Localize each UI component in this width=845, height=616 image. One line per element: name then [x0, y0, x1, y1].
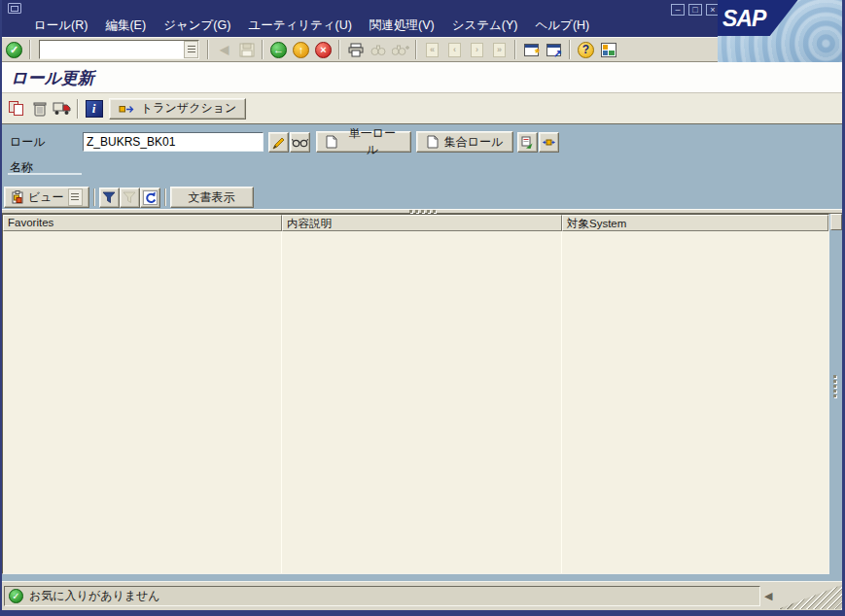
- favorites-table-header: Favorites 内容説明 対象System: [3, 215, 828, 231]
- info-icon: i: [86, 100, 103, 118]
- status-collapse-button[interactable]: ◀: [764, 590, 772, 602]
- first-page-icon: «: [426, 43, 439, 57]
- enter-icon: ✓: [6, 42, 22, 58]
- cancel-icon: ×: [315, 42, 332, 58]
- main-content: ロール 単一ロール 集合ロール 名称 ビュー: [0, 124, 845, 581]
- previous-page-button: ‹: [443, 39, 466, 60]
- cancel-button[interactable]: ×: [312, 39, 334, 60]
- find-next-button: [389, 39, 411, 60]
- command-history-button[interactable]: [184, 41, 198, 58]
- favorites-table: Favorites 内容説明 対象System: [2, 214, 829, 574]
- copy-icon: [9, 101, 26, 117]
- transport-button[interactable]: [51, 98, 73, 120]
- status-ok-icon: ✓: [9, 589, 23, 603]
- change-button[interactable]: [268, 132, 289, 153]
- toolbar-separator: [569, 40, 571, 59]
- role-field-label: ロール: [10, 134, 46, 151]
- back-icon: ←: [270, 42, 287, 58]
- toolbar-separator: [207, 40, 209, 59]
- sap-gui-window: – □ × ロール(R) 編集(E) ジャンプ(G) ユーティリティ(U) 関連…: [0, 0, 845, 616]
- page-title: ロール更新: [11, 67, 94, 89]
- menu-role[interactable]: ロール(R): [25, 16, 96, 36]
- splitter-handle-icon: [409, 210, 436, 213]
- print-button[interactable]: [344, 39, 367, 60]
- menu-utilities[interactable]: ユーティリティ(U): [239, 16, 361, 36]
- command-field-wrap: [39, 40, 199, 59]
- distribute-icon: [543, 136, 555, 149]
- enter-button[interactable]: ✓: [3, 39, 25, 60]
- view-button-label: ビュー: [28, 189, 64, 206]
- view-dropdown-button[interactable]: [68, 188, 83, 206]
- toolbar-separator: [262, 40, 264, 59]
- table-config-button[interactable]: [830, 214, 842, 230]
- window-icon: [8, 3, 21, 14]
- help-button[interactable]: ?: [575, 39, 597, 60]
- sap-logo: SAP: [722, 6, 765, 32]
- command-input[interactable]: [40, 42, 184, 57]
- window-controls: – □ ×: [671, 4, 720, 16]
- delete-button[interactable]: [28, 98, 51, 120]
- next-page-button: ›: [466, 39, 488, 60]
- list-icon: [188, 46, 195, 54]
- display-button[interactable]: [290, 132, 310, 153]
- menu-goto[interactable]: ジャンプ(G): [155, 16, 239, 36]
- composite-role-label: 集合ロール: [444, 134, 504, 151]
- next-page-icon: ›: [471, 43, 483, 57]
- doc-display-label: 文書表示: [189, 189, 235, 206]
- customize-layout-icon: [601, 43, 616, 57]
- status-message: お気に入りがありません: [29, 588, 160, 604]
- vertical-splitter-handle[interactable]: [833, 375, 836, 397]
- list-icon: [71, 193, 79, 202]
- toolbar-separator: [29, 40, 31, 59]
- view-button[interactable]: ビュー: [4, 187, 89, 208]
- column-header-favorites[interactable]: Favorites: [3, 215, 282, 231]
- role-input[interactable]: [83, 132, 264, 152]
- find-icon: [370, 44, 386, 56]
- status-bar: ✓ お気に入りがありません ◀: [0, 581, 845, 610]
- find-next-icon: [392, 44, 409, 56]
- refresh-button[interactable]: [140, 188, 160, 208]
- customize-layout-button[interactable]: [597, 39, 619, 60]
- toolbar-separator: [164, 188, 166, 206]
- save-icon: [239, 43, 255, 57]
- print-icon: [348, 43, 364, 57]
- copy-role-button[interactable]: [517, 132, 538, 153]
- maximize-button[interactable]: □: [688, 4, 702, 16]
- column-header-target-system[interactable]: 対象System: [562, 215, 828, 231]
- copy-button[interactable]: [6, 98, 28, 120]
- single-role-button[interactable]: 単一ロール: [316, 131, 411, 153]
- minimize-button[interactable]: –: [671, 4, 685, 16]
- menu-system[interactable]: システム(Y): [443, 16, 527, 36]
- title-band: ロール更新: [0, 62, 845, 93]
- filter-disabled-icon: [123, 190, 136, 204]
- sap-brand-area: SAP: [718, 0, 845, 62]
- toolbar-separator: [338, 40, 340, 59]
- find-button: [367, 39, 389, 60]
- save-button: [235, 39, 258, 60]
- first-page-button: «: [421, 39, 443, 60]
- filter-button[interactable]: [99, 188, 120, 208]
- single-role-label: 単一ロール: [343, 125, 402, 158]
- resize-grip[interactable]: [778, 585, 842, 609]
- shortcut-icon: ↗: [546, 44, 561, 56]
- new-session-button[interactable]: *: [520, 39, 543, 60]
- information-button[interactable]: i: [83, 98, 105, 120]
- transaction-icon: [119, 103, 135, 115]
- toolbar-separator: [415, 40, 417, 59]
- composite-role-button[interactable]: 集合ロール: [416, 131, 513, 153]
- menu-edit[interactable]: 編集(E): [96, 16, 155, 36]
- enter-disabled-button: ◀: [213, 39, 235, 60]
- last-page-button: »: [488, 39, 511, 60]
- status-message-field: ✓ お気に入りがありません: [4, 586, 760, 606]
- transaction-button[interactable]: トランザクション: [109, 98, 246, 120]
- back-button[interactable]: ←: [267, 39, 290, 60]
- column-header-description[interactable]: 内容説明: [282, 215, 562, 231]
- menu-environment[interactable]: 関連処理(V): [361, 16, 443, 36]
- menu-help[interactable]: ヘルプ(H): [527, 16, 599, 36]
- doc-display-button[interactable]: 文書表示: [170, 187, 254, 208]
- create-shortcut-button[interactable]: ↗: [543, 39, 565, 60]
- exit-button[interactable]: ↑: [290, 39, 312, 60]
- distribute-role-button[interactable]: [539, 132, 559, 153]
- name-display-field: [8, 173, 82, 175]
- favorites-table-body[interactable]: [3, 231, 828, 573]
